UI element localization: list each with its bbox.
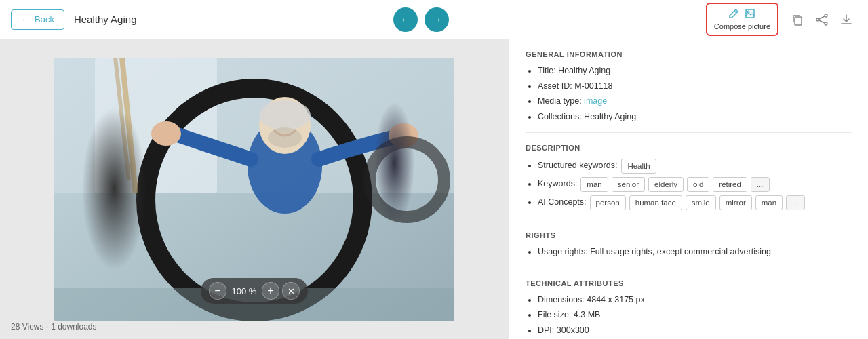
description-section-title: DESCRIPTION <box>526 144 852 152</box>
svg-point-18 <box>389 123 418 148</box>
header-actions: Compose picture <box>706 3 857 36</box>
structured-keywords-label: Structured keywords: <box>538 160 617 172</box>
page-title: Healthy Aging <box>74 14 137 25</box>
svg-line-0 <box>734 11 736 13</box>
zoom-out-icon: − <box>214 285 220 296</box>
usage-rights-item: Usage rights: Full usage rights, except … <box>538 246 852 258</box>
asset-id-item: Asset ID: M-001118 <box>538 81 852 93</box>
tag-man: man <box>580 177 608 192</box>
back-arrow-icon: ← <box>21 14 31 25</box>
keywords-item: Keywords: man senior elderly old retired… <box>538 177 852 192</box>
svg-line-19 <box>122 58 136 193</box>
keywords-more-button[interactable]: ... <box>751 177 770 192</box>
compose-icons-row <box>728 8 755 21</box>
media-type-item: Media type: image <box>538 96 852 108</box>
file-size-item: File size: 4.3 MB <box>538 309 852 321</box>
structured-keywords-item: Structured keywords: Health <box>538 159 852 174</box>
share-button[interactable] <box>811 9 833 31</box>
media-type-label: Media type: <box>538 96 582 106</box>
file-size-value: 4.3 MB <box>574 310 601 319</box>
image-panel: − 100 % + ✕ 28 Views - 1 downloads <box>0 39 509 339</box>
chevron-right-icon: → <box>431 14 442 26</box>
tag-elderly: elderly <box>648 177 684 192</box>
nav-next-button[interactable]: → <box>425 7 449 32</box>
divider-1 <box>526 132 852 133</box>
back-label: Back <box>35 14 54 24</box>
back-button[interactable]: ← Back <box>11 9 64 30</box>
svg-line-8 <box>819 20 825 23</box>
svg-point-13 <box>248 119 322 214</box>
svg-point-14 <box>259 97 311 154</box>
svg-point-4 <box>825 14 827 17</box>
tag-old: old <box>687 177 709 192</box>
tag-health: Health <box>621 159 656 174</box>
nav-prev-button[interactable]: ← <box>393 7 418 32</box>
image-footer: 28 Views - 1 downloads <box>11 320 97 332</box>
info-panel: GENERAL INFORMATION Title: Healthy Aging… <box>509 39 868 339</box>
svg-point-15 <box>259 100 311 130</box>
copy-button[interactable] <box>787 9 808 31</box>
dimensions-item: Dimensions: 4844 x 3175 px <box>538 294 852 306</box>
close-icon: ✕ <box>288 286 295 296</box>
technical-list: Dimensions: 4844 x 3175 px File size: 4.… <box>526 294 852 339</box>
keywords-label: Keywords: <box>538 178 577 191</box>
svg-point-21 <box>370 142 444 217</box>
tag-senior: senior <box>612 177 645 192</box>
usage-rights-value: Full usage rights, except commercial adv… <box>590 247 771 256</box>
tag-man2: man <box>755 195 783 210</box>
general-info-section-title: GENERAL INFORMATION <box>526 50 852 58</box>
dpi-label: DPI: <box>538 325 554 335</box>
svg-point-2 <box>747 11 749 13</box>
divider-3 <box>526 268 852 268</box>
compose-label: Compose picture <box>714 22 770 31</box>
asset-id-value: M-001118 <box>574 81 612 91</box>
svg-point-17 <box>151 121 181 146</box>
description-list: Structured keywords: Health Keywords: ma… <box>526 159 852 210</box>
svg-point-5 <box>816 18 819 21</box>
general-info-list: Title: Healthy Aging Asset ID: M-001118 … <box>526 65 852 123</box>
compose-edit-icon[interactable] <box>728 8 739 21</box>
collections-value: Healthy Aging <box>584 112 636 121</box>
svg-rect-1 <box>746 9 754 18</box>
ai-concepts-more-button[interactable]: ... <box>786 195 805 210</box>
svg-point-16 <box>268 127 302 148</box>
header: ← Back Healthy Aging ← → <box>0 0 868 39</box>
title-label: Title: <box>538 66 556 75</box>
dimensions-label: Dimensions: <box>538 295 585 304</box>
tag-human-face: human face <box>629 195 682 210</box>
svg-line-7 <box>819 16 825 19</box>
zoom-level: 100 % <box>229 286 259 296</box>
ai-concepts-label: AI Concepts: <box>538 197 587 209</box>
tag-smile: smile <box>686 195 716 210</box>
file-size-label: File size: <box>538 310 571 319</box>
tag-mirror: mirror <box>719 195 752 210</box>
rights-section-title: RIGHTS <box>526 231 852 239</box>
usage-rights-label: Usage rights: <box>538 247 588 256</box>
svg-rect-10 <box>54 58 454 193</box>
zoom-out-button[interactable]: − <box>209 282 226 300</box>
svg-point-6 <box>825 22 827 25</box>
ai-concepts-item: AI Concepts: person human face smile mir… <box>538 195 852 210</box>
asset-id-label: Asset ID: <box>538 81 572 91</box>
svg-rect-11 <box>95 58 217 193</box>
svg-rect-3 <box>795 17 802 25</box>
chevron-left-icon: ← <box>400 14 411 26</box>
views-downloads-text: 28 Views - 1 downloads <box>11 322 97 332</box>
media-type-link[interactable]: image <box>584 96 607 106</box>
tag-person: person <box>590 195 626 210</box>
title-item: Title: Healthy Aging <box>538 65 852 77</box>
rights-list: Usage rights: Full usage rights, except … <box>526 246 852 258</box>
dpi-item: DPI: 300x300 <box>538 325 852 337</box>
collections-label: Collections: <box>538 112 582 121</box>
zoom-close-button[interactable]: ✕ <box>282 282 300 300</box>
title-value: Healthy Aging <box>558 66 610 75</box>
svg-line-20 <box>115 58 129 180</box>
image-controls: − 100 % + ✕ <box>201 278 308 304</box>
dpi-value: 300x300 <box>557 325 589 335</box>
zoom-in-button[interactable]: + <box>262 282 279 300</box>
main-content: − 100 % + ✕ 28 Views - 1 downloads GENER… <box>0 39 868 339</box>
compose-frame-icon[interactable] <box>745 8 755 21</box>
download-button[interactable] <box>835 9 857 31</box>
tag-retired: retired <box>713 177 747 192</box>
collections-item: Collections: Healthy Aging <box>538 111 852 123</box>
